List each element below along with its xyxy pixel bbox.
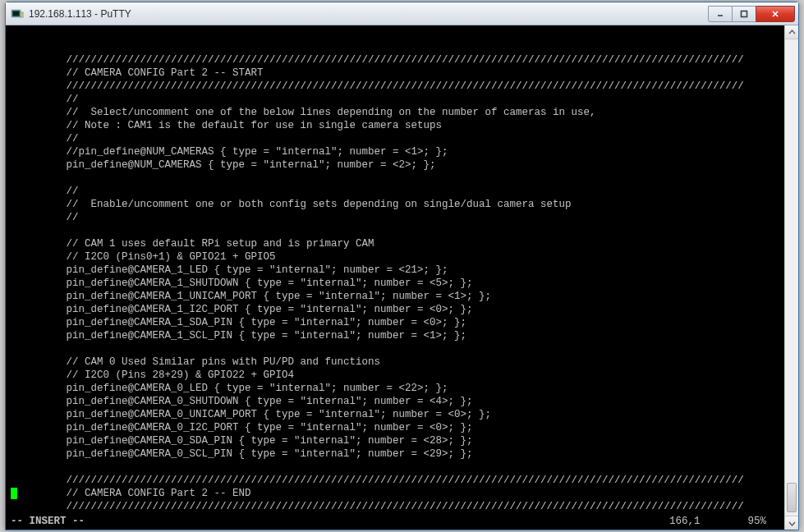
terminal-line: // CAMERA CONFIG Part 2 -- START [11,66,798,80]
cursor [11,488,17,499]
terminal-line: pin_define@CAMERA_0_I2C_PORT { type = "i… [11,421,798,434]
terminal-line: pin_define@CAMERA_1_I2C_PORT { type = "i… [11,303,798,316]
putty-window: 192.168.1.113 - PuTTY //////////////////… [5,2,799,530]
terminal-line [11,172,798,185]
terminal-line: pin_define@CAMERA_1_LED { type = "intern… [11,264,798,277]
terminal-line: // [11,185,798,198]
vim-scroll-percent: 95% [747,515,784,528]
terminal-line: // [11,132,798,145]
svg-rect-1 [13,11,19,16]
close-button[interactable] [756,6,795,22]
terminal-line: // I2C0 (Pins0+1) & GPIO21 + GPIO5 [11,250,798,264]
vim-ruler: 166,1 [669,515,748,528]
terminal-viewport[interactable]: ////////////////////////////////////////… [6,25,798,530]
terminal-line: pin_define@CAMERA_0_SHUTDOWN { type = "i… [11,395,798,408]
terminal-line: ////////////////////////////////////////… [11,474,798,487]
scrollbar-track[interactable] [785,39,798,516]
terminal-line: // Enable/uncomment one or both config s… [11,198,798,211]
terminal-line: // CAMERA CONFIG Part 2 -- END [11,487,798,500]
terminal-line: // [11,93,798,106]
terminal-line: // I2C0 (Pins 28+29) & GPIO22 + GPIO4 [11,369,798,382]
terminal-line [11,461,798,474]
terminal-line: //pin_define@NUM_CAMERAS { type = "inter… [11,145,798,158]
terminal-line: // Note : CAM1 is the default for use in… [11,119,798,132]
terminal-line: ////////////////////////////////////////… [11,500,798,513]
window-title: 192.168.1.113 - PuTTY [29,8,704,20]
maximize-button[interactable] [732,6,756,22]
terminal-line [11,224,798,237]
terminal-line: pin_define@CAMERA_1_UNICAM_PORT { type =… [11,290,798,303]
terminal-line: ////////////////////////////////////////… [11,53,798,66]
terminal-line: // CAM 1 uses default RPi setup and is p… [11,237,798,250]
terminal-line: pin_define@CAMERA_0_SDA_PIN { type = "in… [11,434,798,447]
scroll-up-button[interactable] [785,25,798,39]
terminal-line: pin_define@CAMERA_1_SHUTDOWN { type = "i… [11,277,798,290]
terminal-line: pin_define@NUM_CAMERAS { type = "interna… [11,158,798,172]
terminal-line: // [11,211,798,224]
vim-mode: -- INSERT -- [11,515,85,528]
vertical-scrollbar[interactable] [784,25,798,530]
terminal-line: ////////////////////////////////////////… [11,80,798,93]
terminal-text: ////////////////////////////////////////… [11,53,798,526]
terminal-line: pin_define@CAMERA_0_UNICAM_PORT { type =… [11,408,798,421]
terminal-line [11,342,798,355]
terminal-line: // CAM 0 Used Similar pins with PU/PD an… [11,355,798,369]
terminal-line: pin_define@CAMERA_1_SCL_PIN { type = "in… [11,329,798,342]
titlebar[interactable]: 192.168.1.113 - PuTTY [6,2,798,25]
terminal-line: pin_define@CAMERA_0_SCL_PIN { type = "in… [11,447,798,461]
scroll-down-button[interactable] [785,516,798,530]
minimize-button[interactable] [708,6,733,22]
vim-status-line: -- INSERT -- 166,1 95% [11,515,784,528]
terminal-line: pin_define@CAMERA_1_SDA_PIN { type = "in… [11,316,798,329]
terminal-line: // Select/uncomment one of the below lin… [11,106,798,119]
svg-rect-4 [742,11,747,16]
putty-icon [11,7,24,21]
window-controls [709,6,795,22]
scrollbar-thumb[interactable] [787,483,797,512]
terminal-line: pin_define@CAMERA_0_LED { type = "intern… [11,382,798,395]
svg-rect-2 [21,12,23,17]
